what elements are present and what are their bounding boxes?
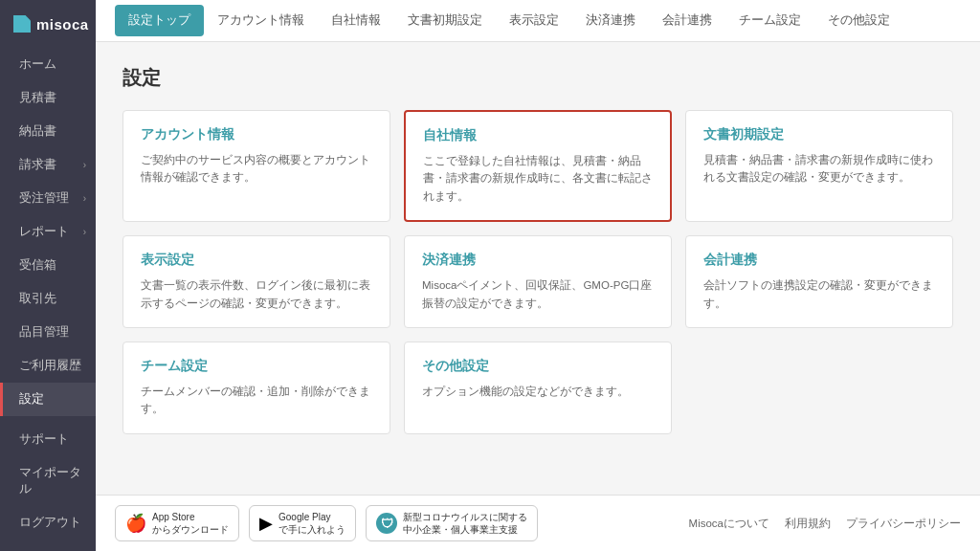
appstore-sub: からダウンロード [152, 524, 229, 535]
sidebar-item-items[interactable]: 品目管理 [0, 316, 96, 349]
tab-自社情報[interactable]: 自社情報 [318, 5, 394, 36]
settings-card-desc-company: ここで登録した自社情報は、見積書・納品書・請求書の新規作成時に、各文書に転記され… [423, 152, 653, 205]
chevron-right-icon: › [83, 227, 86, 237]
settings-card-desc-document-default: 見積書・納品書・請求書の新規作成時に使われる文書設定の確認・変更ができます。 [703, 151, 935, 187]
settings-card-desc-other: オプション機能の設定などができます。 [422, 383, 654, 400]
covid-line2: 中小企業・個人事業主支援 [403, 524, 518, 535]
googleplay-badge[interactable]: ▶ Google Play で手に入れよう [249, 505, 356, 541]
logo: misoca [0, 0, 96, 44]
footer-link-Misocaについて[interactable]: Misocaについて [689, 517, 769, 531]
tab-会計連携[interactable]: 会計連携 [649, 5, 725, 36]
logo-icon [13, 15, 31, 33]
chevron-right-icon: › [83, 160, 86, 170]
settings-card-other[interactable]: その他設定オプション機能の設定などができます。 [404, 342, 672, 434]
page-content: 設定 アカウント情報ご契約中のサービス内容の概要とアカウント情報が確認できます。… [96, 42, 980, 495]
settings-card-desc-account: ご契約中のサービス内容の概要とアカウント情報が確認できます。 [141, 151, 372, 187]
settings-card-accounting[interactable]: 会計連携会計ソフトの連携設定の確認・変更ができます。 [685, 235, 953, 328]
settings-grid: アカウント情報ご契約中のサービス内容の概要とアカウント情報が確認できます。自社情… [122, 110, 953, 434]
settings-card-desc-team: チームメンバーの確認・追加・削除ができます。 [141, 383, 372, 418]
sidebar-item-home[interactable]: ホーム [0, 48, 96, 81]
tab-文書初期設定[interactable]: 文書初期設定 [394, 5, 496, 36]
appstore-badge[interactable]: 🍎 App Store からダウンロード [115, 505, 239, 541]
footer-links: Misocaについて利用規約プライバシーポリシー [689, 517, 961, 531]
covid-line1: 新型コロナウイルスに関する [403, 512, 527, 522]
covid-icon: 🛡 [376, 513, 397, 534]
settings-card-desc-payment: Misocaペイメント、回収保証、GMO-PG口座振替の設定ができます。 [422, 276, 654, 312]
footer-link-利用規約[interactable]: 利用規約 [785, 517, 831, 531]
sidebar-item-clients[interactable]: 取引先 [0, 282, 96, 316]
settings-card-payment[interactable]: 決済連携Misocaペイメント、回収保証、GMO-PG口座振替の設定ができます。 [404, 235, 672, 328]
tab-アカウント情報[interactable]: アカウント情報 [204, 5, 318, 36]
sidebar-item-invoices[interactable]: 請求書› [0, 148, 96, 182]
tab-決済連携[interactable]: 決済連携 [572, 5, 649, 36]
footer-link-プライバシーポリシー[interactable]: プライバシーポリシー [846, 517, 961, 531]
settings-card-company[interactable]: 自社情報ここで登録した自社情報は、見積書・納品書・請求書の新規作成時に、各文書に… [404, 110, 672, 222]
appstore-label: App Store [152, 512, 194, 522]
googleplay-label: Google Play [278, 512, 330, 522]
sidebar-item-settings[interactable]: 設定 [0, 383, 96, 416]
tab-チーム設定[interactable]: チーム設定 [725, 5, 814, 36]
settings-card-title-display: 表示設定 [141, 252, 372, 269]
main-content: 設定トップアカウント情報自社情報文書初期設定表示設定決済連携会計連携チーム設定そ… [96, 0, 980, 551]
tab-表示設定[interactable]: 表示設定 [496, 5, 572, 36]
settings-card-title-accounting: 会計連携 [703, 252, 935, 269]
footer-badges: 🍎 App Store からダウンロード ▶ Google Play で手に入れ… [115, 505, 538, 541]
sidebar-item-support[interactable]: サポート [0, 423, 96, 456]
tab-設定トップ[interactable]: 設定トップ [115, 5, 204, 36]
sidebar-item-myportal[interactable]: マイポータル [0, 456, 96, 506]
settings-card-title-team: チーム設定 [141, 358, 372, 375]
page-title: 設定 [122, 65, 953, 91]
googleplay-sub: で手に入れよう [278, 524, 345, 535]
settings-card-desc-display: 文書一覧の表示件数、ログイン後に最初に表示するページの確認・変更ができます。 [141, 276, 372, 312]
android-icon: ▶ [259, 513, 273, 534]
sidebar-item-logout[interactable]: ログアウト [0, 506, 96, 540]
settings-card-title-document-default: 文書初期設定 [703, 126, 935, 143]
settings-card-account[interactable]: アカウント情報ご契約中のサービス内容の概要とアカウント情報が確認できます。 [122, 110, 390, 222]
settings-card-title-account: アカウント情報 [141, 126, 372, 143]
sidebar-item-inbox[interactable]: 受信箱 [0, 249, 96, 282]
tab-その他設定[interactable]: その他設定 [814, 5, 903, 36]
sidebar: misoca ホーム見積書納品書請求書›受注管理›レポート›受信箱取引先品目管理… [0, 0, 96, 551]
sidebar-nav: ホーム見積書納品書請求書›受注管理›レポート›受信箱取引先品目管理ご利用履歴設定 [0, 44, 96, 423]
settings-card-title-other: その他設定 [422, 358, 654, 375]
sidebar-item-orders[interactable]: 受注管理› [0, 182, 96, 215]
sidebar-bottom: サポートマイポータルログアウト [0, 423, 96, 551]
topbar: 設定トップアカウント情報自社情報文書初期設定表示設定決済連携会計連携チーム設定そ… [96, 0, 980, 42]
apple-icon: 🍎 [125, 513, 146, 534]
sidebar-item-history[interactable]: ご利用履歴 [0, 349, 96, 383]
chevron-right-icon: › [83, 193, 86, 204]
sidebar-item-delivery[interactable]: 納品書 [0, 115, 96, 148]
settings-card-display[interactable]: 表示設定文書一覧の表示件数、ログイン後に最初に表示するページの確認・変更ができま… [122, 235, 390, 328]
sidebar-item-estimates[interactable]: 見積書 [0, 81, 96, 115]
settings-card-title-company: 自社情報 [423, 127, 653, 144]
logo-text: misoca [36, 16, 89, 33]
settings-card-team[interactable]: チーム設定チームメンバーの確認・追加・削除ができます。 [122, 342, 390, 434]
settings-card-document-default[interactable]: 文書初期設定見積書・納品書・請求書の新規作成時に使われる文書設定の確認・変更がで… [685, 110, 953, 222]
sidebar-item-reports[interactable]: レポート› [0, 215, 96, 249]
footer: 🍎 App Store からダウンロード ▶ Google Play で手に入れ… [96, 495, 980, 551]
settings-card-title-payment: 決済連携 [422, 252, 654, 269]
settings-card-desc-accounting: 会計ソフトの連携設定の確認・変更ができます。 [703, 276, 935, 312]
covid-badge[interactable]: 🛡 新型コロナウイルスに関する 中小企業・個人事業主支援 [366, 505, 538, 541]
